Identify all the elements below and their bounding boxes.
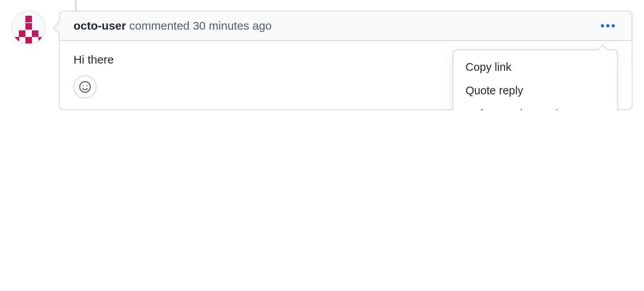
kebab-menu-button[interactable] [598, 21, 618, 30]
add-reaction-button[interactable] [73, 75, 97, 99]
comment-caret-icon [53, 21, 60, 35]
menu-item-quote-reply[interactable]: Quote reply [453, 79, 617, 102]
avatar[interactable] [12, 11, 45, 45]
comment-action-text: commented [129, 19, 190, 32]
dropdown-caret-icon [597, 45, 608, 50]
identicon-icon [12, 11, 45, 44]
kebab-dot-icon [606, 24, 609, 27]
menu-item-copy-link[interactable]: Copy link [453, 55, 617, 79]
kebab-dot-icon [612, 24, 615, 27]
menu-item-reference-issue[interactable]: Reference in new issue [453, 102, 617, 110]
comment-header: octo-user commented 30 minutes ago [60, 12, 632, 41]
comment-box: octo-user commented 30 minutes ago Hi th… [59, 11, 632, 110]
timeline-container: octo-user commented 30 minutes ago Hi th… [0, 0, 644, 110]
smiley-icon [78, 80, 92, 94]
comment-row: octo-user commented 30 minutes ago Hi th… [12, 11, 632, 110]
comment-author[interactable]: octo-user [73, 19, 126, 32]
svg-point-2 [87, 85, 88, 87]
comment-actions-dropdown: Copy link Quote reply Reference in new i… [452, 49, 618, 110]
comment-timestamp[interactable]: 30 minutes ago [193, 19, 272, 32]
svg-point-0 [80, 82, 90, 92]
svg-point-1 [82, 85, 83, 87]
comment-header-text: octo-user commented 30 minutes ago [73, 19, 272, 32]
kebab-dot-icon [601, 24, 604, 27]
